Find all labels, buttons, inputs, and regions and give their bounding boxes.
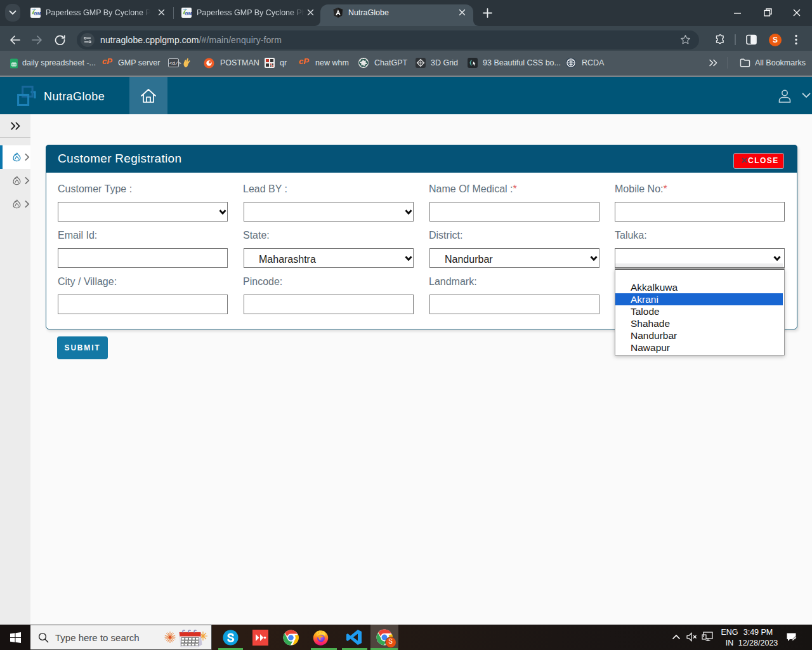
svg-text:GMP: GMP bbox=[185, 11, 192, 16]
svg-text:GMP: GMP bbox=[34, 11, 41, 16]
